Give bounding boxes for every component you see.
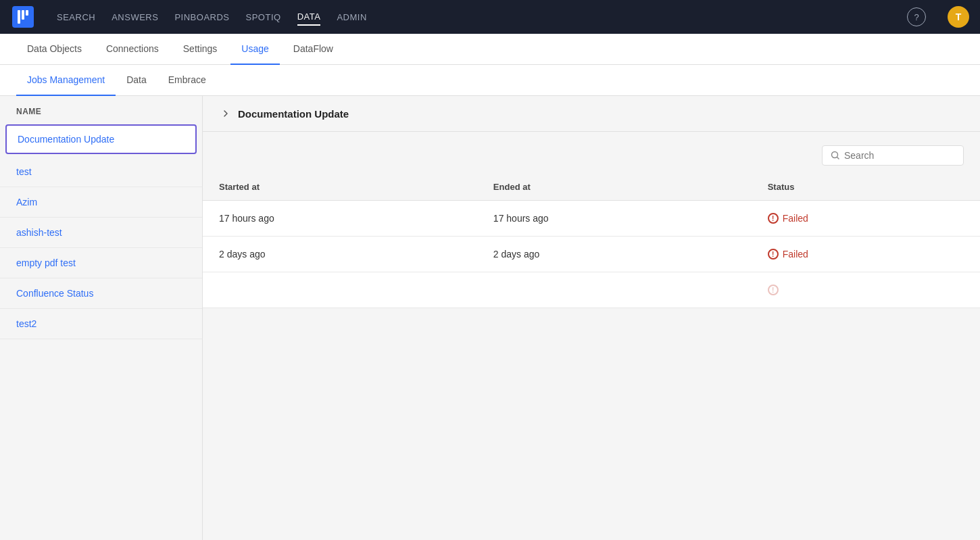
status-failed-icon: ! xyxy=(768,213,779,224)
tab-settings[interactable]: Settings xyxy=(172,34,228,65)
third-navigation: Jobs Management Data Embrace xyxy=(0,65,980,96)
help-button[interactable]: ? xyxy=(907,7,926,26)
col-started-at: Started at xyxy=(203,174,477,201)
sidebar-item-empty-pdf-test[interactable]: empty pdf test xyxy=(0,248,202,278)
breadcrumb-title: Documentation Update xyxy=(238,108,349,120)
sidebar-item-test2[interactable]: test2 xyxy=(0,309,202,339)
table-row: 2 days ago 2 days ago ! Failed xyxy=(203,237,980,272)
cell-status-3: ! xyxy=(752,272,980,308)
svg-rect-1 xyxy=(18,10,20,24)
sidebar-item-test[interactable]: test xyxy=(0,157,202,187)
top-navigation: SEARCH ANSWERS PINBOARDS SPOTIQ DATA ADM… xyxy=(0,0,980,34)
cell-started-at-2: 2 days ago xyxy=(203,237,477,272)
tab-embrace[interactable]: Embrace xyxy=(157,65,217,96)
content-area: Documentation Update Started at Ended at… xyxy=(203,96,980,540)
col-status: Status xyxy=(752,174,980,201)
second-navigation: Data Objects Connections Settings Usage … xyxy=(0,34,980,65)
table-header-row: Started at Ended at Status xyxy=(203,174,980,201)
nav-data[interactable]: DATA xyxy=(297,9,321,26)
sidebar-header: Name xyxy=(0,96,202,122)
status-partial-icon: ! xyxy=(768,285,779,295)
chevron-right-icon[interactable] xyxy=(219,107,232,120)
tab-dataflow[interactable]: DataFlow xyxy=(283,34,344,65)
col-ended-at: Ended at xyxy=(477,174,752,201)
cell-started-at-1: 17 hours ago xyxy=(203,201,477,237)
sidebar-item-ashish-test[interactable]: ashish-test xyxy=(0,218,202,248)
tab-data[interactable]: Data xyxy=(116,65,157,96)
nav-admin[interactable]: ADMIN xyxy=(337,9,366,25)
main-layout: Name Documentation Update test Azim ashi… xyxy=(0,96,980,540)
sidebar-item-documentation-update[interactable]: Documentation Update xyxy=(5,124,197,154)
sidebar-item-azim[interactable]: Azim xyxy=(0,187,202,218)
jobs-table: Started at Ended at Status 17 hours ago … xyxy=(203,174,980,308)
nav-pinboards[interactable]: PINBOARDS xyxy=(174,9,229,25)
svg-rect-2 xyxy=(22,10,24,20)
search-input-wrapper[interactable] xyxy=(822,145,964,166)
tab-data-objects[interactable]: Data Objects xyxy=(16,34,93,65)
nav-search[interactable]: SEARCH xyxy=(57,9,95,25)
table-row: ! xyxy=(203,272,980,308)
sidebar-item-confluence-status[interactable]: Confluence Status xyxy=(0,278,202,309)
tab-usage[interactable]: Usage xyxy=(230,34,279,65)
search-input[interactable] xyxy=(844,150,955,161)
cell-ended-at-3 xyxy=(477,272,752,308)
nav-spotiq[interactable]: SPOTIQ xyxy=(246,9,281,25)
status-failed-icon: ! xyxy=(768,249,779,260)
user-avatar[interactable]: T xyxy=(948,6,969,28)
nav-answers[interactable]: ANSWERS xyxy=(112,9,158,25)
cell-started-at-3 xyxy=(203,272,477,308)
cell-ended-at-1: 17 hours ago xyxy=(477,201,752,237)
status-partial-badge: ! xyxy=(768,285,964,295)
svg-rect-3 xyxy=(26,10,28,16)
table-row: 17 hours ago 17 hours ago ! Failed xyxy=(203,201,980,237)
cell-ended-at-2: 2 days ago xyxy=(477,237,752,272)
status-failed-badge: ! Failed xyxy=(768,249,964,260)
cell-status-1: ! Failed xyxy=(752,201,980,237)
cell-status-2: ! Failed xyxy=(752,237,980,272)
jobs-table-wrapper: Started at Ended at Status 17 hours ago … xyxy=(203,174,980,308)
breadcrumb-row: Documentation Update xyxy=(203,96,980,132)
tab-connections[interactable]: Connections xyxy=(95,34,170,65)
search-bar-row xyxy=(203,132,980,174)
sidebar: Name Documentation Update test Azim ashi… xyxy=(0,96,203,540)
search-icon xyxy=(831,151,840,160)
status-failed-badge: ! Failed xyxy=(768,213,964,224)
tab-jobs-management[interactable]: Jobs Management xyxy=(16,65,116,96)
logo[interactable] xyxy=(11,5,35,29)
